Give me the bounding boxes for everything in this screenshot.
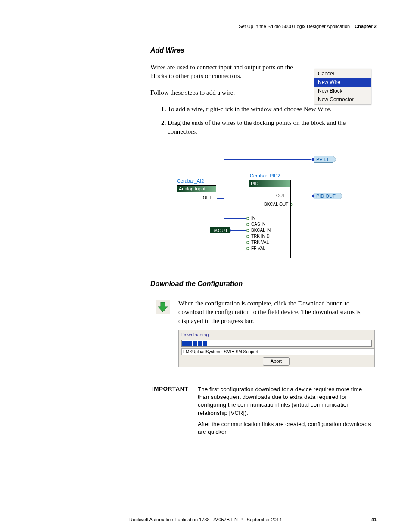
menu-item-new-block[interactable]: New Block xyxy=(314,87,371,95)
important-message: The first configuration download for a d… xyxy=(198,382,377,443)
block-analog-input[interactable]: Analog Input xyxy=(177,185,216,204)
step-text: Drag the ends of the wires to the dockin… xyxy=(168,119,346,135)
ref-tag-pidout[interactable]: PID OUT xyxy=(314,193,339,199)
block2-port-trkind: TRK IN D xyxy=(251,234,270,239)
block1-title: Cerabar_AI2 xyxy=(177,178,204,184)
download-status-label: Downloading... xyxy=(181,332,213,337)
block2-port-bkcalout: BKCAL OUT xyxy=(264,202,288,207)
important-label: IMPORTANT xyxy=(150,382,198,443)
block2-port-bkcalin: BKCAL IN xyxy=(251,228,271,233)
block2-port-ffval: FF VAL xyxy=(251,246,265,251)
block2-port-out: OUT xyxy=(276,193,285,198)
step-item: Drag the ends of the wires to the dockin… xyxy=(168,118,377,136)
download-progress-figure: Downloading... FMSUploadSystem : SMIB SM… xyxy=(178,330,375,367)
important-para-1: The first configuration download for a d… xyxy=(198,386,375,417)
intro-text: Wires are used to connect input and outp… xyxy=(150,63,299,81)
progress-bar xyxy=(181,340,372,347)
function-block-diagram: Cerabar_AI2 Analog Input OUT Cerabar_PID… xyxy=(174,156,342,259)
tag-bkout[interactable]: BKOUT xyxy=(210,227,230,233)
download-status-text: FMSUploadSystem : SMIB SM Support xyxy=(181,348,374,355)
step-text: To add a wire, right-click in the window… xyxy=(168,106,332,112)
header-rule xyxy=(34,34,377,34)
menu-item-new-connector[interactable]: New Connector xyxy=(314,95,371,104)
block2-header: PID xyxy=(249,180,290,187)
step-item: To add a wire, right-click in the window… xyxy=(168,105,377,113)
section-title-add-wires: Add Wires xyxy=(150,47,377,54)
ref-tag-pv[interactable]: PV:I.1 xyxy=(314,156,333,163)
important-box: IMPORTANT The first configuration downlo… xyxy=(150,382,377,443)
context-menu-figure: Cancel New Wire New Block New Connector xyxy=(314,69,371,104)
abort-button[interactable]: Abort xyxy=(263,357,290,366)
block2-title: Cerabar_PID2 xyxy=(250,173,280,178)
block1-port-out: OUT xyxy=(203,196,212,200)
section-title-download: Download the Configuration xyxy=(150,280,377,288)
header-title: Set Up in the Studio 5000 Logix Designer… xyxy=(239,24,350,29)
download-section: Download the Configuration When the conf… xyxy=(150,280,377,296)
important-para-2: After the communication links are create… xyxy=(198,420,375,436)
header-chapter: Chapter 2 xyxy=(355,24,377,29)
block2-port-in: IN xyxy=(251,216,255,221)
instruction-text: Follow these steps to add a wire. xyxy=(150,88,299,97)
block2-port-casin: CAS IN xyxy=(251,222,265,227)
block2-port-trkval: TRK VAL xyxy=(251,240,269,245)
download-arrow-icon xyxy=(156,300,170,314)
block1-header: Analog Input xyxy=(177,186,216,192)
footer-publication: Rockwell Automation Publication 1788-UM0… xyxy=(129,517,282,522)
steps-list: To add a wire, right-click in the window… xyxy=(150,105,377,136)
menu-item-new-wire[interactable]: New Wire xyxy=(314,78,371,87)
running-header: Set Up in the Studio 5000 Logix Designer… xyxy=(239,24,377,29)
footer-page-number: 41 xyxy=(371,517,377,522)
download-body-text: When the configuration is complete, clic… xyxy=(178,299,374,325)
menu-item-cancel[interactable]: Cancel xyxy=(314,69,371,78)
